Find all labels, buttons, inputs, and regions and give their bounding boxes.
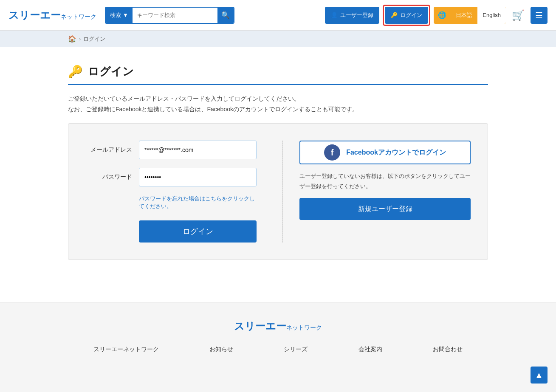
user-register-label: ユーザー登録 [340,11,373,19]
login-card: メールアドレス パスワード パスワードを忘れた場合はこちらをクリックしてください… [68,123,488,260]
search-button[interactable]: 🔍 [217,8,234,23]
breadcrumb-home-link[interactable]: 🏠 [68,35,76,43]
page-key-icon: 🔑 [68,65,83,79]
hamburger-icon: ☰ [535,10,543,20]
footer-col-3: 会社案内 [358,346,382,353]
cart-button[interactable]: 🛒 [509,9,527,21]
header-actions: 👤 ユーザー登録 🔑 ログイン 🌐 日本語 English 🛒 ☰ [325,5,548,26]
search-container: 検索 ▼ 🔍 [105,7,234,24]
footer-col-4: お問合わせ [433,346,463,353]
description-line2: なお、ご登録時にFacebookと連携している場合は、Facebookのアカウン… [68,104,488,115]
footer-link-2[interactable]: シリーズ [284,346,308,353]
footer-logo-network: ネットワーク [286,324,322,331]
main-content: 🔑 ログイン ご登録いただいているメールアドレス・パスワードを入力してログインし… [0,47,556,302]
vertical-divider [282,141,282,243]
header: スリーエーネットワーク 検索 ▼ 🔍 👤 ユーザー登録 🔑 ログイン 🌐 日本語 [0,0,556,31]
description-line1: ご登録いただいているメールアドレス・パスワードを入力してログインしてください。 [68,93,488,104]
register-button[interactable]: 新規ユーザー登録 [299,198,471,220]
globe-icon: 🌐 [434,11,451,19]
menu-button[interactable]: ☰ [531,7,548,24]
search-icon: 🔍 [221,11,230,19]
breadcrumb-current: ログイン [83,35,105,43]
lang-en-button[interactable]: English [477,7,506,24]
password-label: パスワード [85,173,132,181]
search-dropdown[interactable]: 検索 ▼ [106,8,133,23]
facebook-icon: f [324,144,340,161]
facebook-login-label: Facebookアカウントでログイン [346,148,446,157]
footer-col-2: シリーズ [284,346,308,353]
logo[interactable]: スリーエーネットワーク [8,8,96,22]
forgot-password-link[interactable]: パスワードを忘れた場合はこちらをクリックしてください。 [139,195,257,210]
page-description: ご登録いただいているメールアドレス・パスワードを入力してログインしてください。 … [68,93,488,115]
lang-en-label: English [483,12,501,18]
footer-link-3[interactable]: 会社案内 [358,346,382,353]
lang-jp-button[interactable]: 日本語 [451,7,477,24]
footer-link-0[interactable]: スリーエーネットワーク [93,346,159,353]
key-icon: 🔑 [391,12,398,18]
language-switcher: 🌐 日本語 English [434,7,506,24]
search-dropdown-label: 検索 [110,11,121,19]
email-row: メールアドレス [85,141,257,159]
password-field[interactable] [139,168,257,186]
login-submit-button[interactable]: ログイン [139,220,257,243]
lang-jp-label: 日本語 [456,11,472,19]
user-register-button[interactable]: 👤 ユーザー登録 [325,7,379,24]
email-label: メールアドレス [85,146,132,154]
footer-col-1: お知らせ [209,346,233,353]
login-label: ログイン [400,11,422,19]
breadcrumb-separator: › [79,36,81,42]
page-title: ログイン [88,64,134,79]
register-description: ユーザー登録していないお客様は、以下のボタンをクリックしてユーザー登録を行ってく… [299,171,471,191]
cart-icon: 🛒 [512,9,525,21]
login-button-wrapper: 🔑 ログイン [383,5,430,26]
page-title-row: 🔑 ログイン [68,64,488,85]
login-form-section: メールアドレス パスワード パスワードを忘れた場合はこちらをクリックしてください… [85,141,274,243]
footer-link-1[interactable]: お知らせ [209,346,233,353]
footer: スリーエーネットワーク スリーエーネットワーク お知らせ シリーズ 会社案内 お… [0,302,556,362]
breadcrumb: 🏠 › ログイン [0,31,556,47]
password-row: パスワード [85,168,257,186]
email-field[interactable] [139,141,257,159]
footer-link-4[interactable]: お問合わせ [433,346,463,353]
search-input[interactable] [133,8,217,23]
logo-network-text: ネットワーク [61,13,96,20]
footer-col-0: スリーエーネットワーク [93,346,159,353]
footer-logo-3e: スリーエー [234,320,286,332]
login-right-section: f Facebookアカウントでログイン ユーザー登録していないお客様は、以下の… [291,141,471,243]
user-icon: 👤 [331,12,338,18]
login-button[interactable]: 🔑 ログイン [385,7,428,24]
chevron-down-icon: ▼ [123,12,128,18]
logo-3e-text: スリーエー [8,9,61,21]
footer-links: スリーエーネットワーク お知らせ シリーズ 会社案内 お問合わせ [68,346,488,353]
facebook-login-button[interactable]: f Facebookアカウントでログイン [299,141,471,164]
footer-logo: スリーエーネットワーク [68,319,488,333]
